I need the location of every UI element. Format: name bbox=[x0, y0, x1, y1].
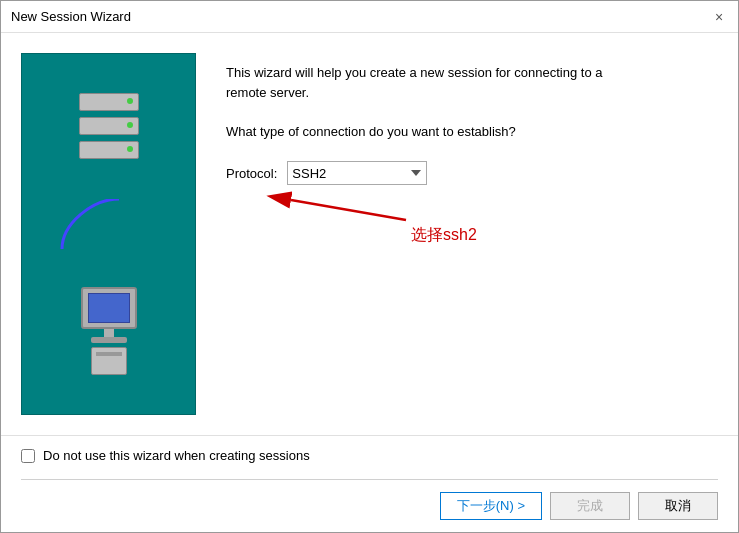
description-text: This wizard will help you create a new s… bbox=[226, 63, 708, 141]
monitor bbox=[81, 287, 137, 329]
checkbox-row: Do not use this wizard when creating ses… bbox=[21, 448, 718, 463]
next-button[interactable]: 下一步(N) > bbox=[440, 492, 542, 520]
computer-icon bbox=[81, 287, 137, 375]
bottom-section: Do not use this wizard when creating ses… bbox=[1, 435, 738, 532]
annotation-area: 选择ssh2 bbox=[226, 195, 708, 265]
server-icon bbox=[79, 93, 139, 162]
window-title: New Session Wizard bbox=[11, 9, 131, 24]
monitor-base bbox=[91, 337, 127, 343]
server-stack bbox=[79, 93, 139, 162]
desc-line1: This wizard will help you create a new s… bbox=[226, 63, 708, 102]
checkbox-label: Do not use this wizard when creating ses… bbox=[43, 448, 310, 463]
annotation-text: 选择ssh2 bbox=[411, 225, 477, 246]
no-wizard-checkbox[interactable] bbox=[21, 449, 35, 463]
wizard-window: New Session Wizard × bbox=[0, 0, 739, 533]
divider bbox=[21, 479, 718, 480]
cpu-box bbox=[91, 347, 127, 375]
server-box-3 bbox=[79, 141, 139, 159]
close-button[interactable]: × bbox=[710, 8, 728, 26]
finish-button[interactable]: 完成 bbox=[550, 492, 630, 520]
cable-area bbox=[32, 199, 185, 249]
monitor-screen bbox=[88, 293, 130, 323]
svg-line-1 bbox=[291, 200, 406, 220]
button-row: 下一步(N) > 完成 取消 bbox=[21, 492, 718, 520]
server-box-2 bbox=[79, 117, 139, 135]
title-bar: New Session Wizard × bbox=[1, 1, 738, 33]
right-panel: This wizard will help you create a new s… bbox=[216, 53, 718, 415]
desc-line3: What type of connection do you want to e… bbox=[226, 122, 708, 142]
cancel-button[interactable]: 取消 bbox=[638, 492, 718, 520]
illustration-panel bbox=[21, 53, 196, 415]
main-content: This wizard will help you create a new s… bbox=[1, 33, 738, 435]
monitor-neck bbox=[104, 329, 114, 337]
server-box-1 bbox=[79, 93, 139, 111]
